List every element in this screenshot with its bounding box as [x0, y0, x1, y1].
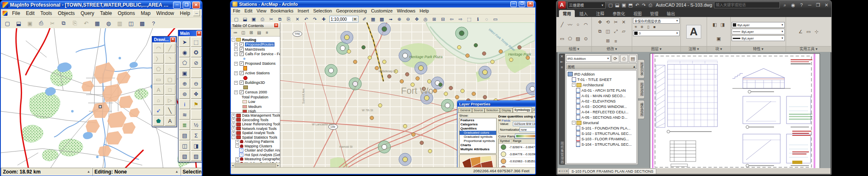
ribbon-panel-label[interactable]: 块 ▾	[707, 46, 730, 52]
first-layout-icon[interactable]: «	[559, 169, 561, 173]
scroll-right-icon[interactable]: ►	[277, 164, 279, 167]
sheet-set-combobox[interactable]: IRD Addition▼	[566, 55, 611, 62]
close-button[interactable]: ✕	[527, 1, 534, 7]
signin-icon[interactable]: ◉	[790, 2, 796, 8]
show-list-item[interactable]: Graduated symbols	[460, 135, 496, 139]
main-tool-button[interactable]	[191, 110, 202, 120]
main-tool-button[interactable]: ◫	[179, 141, 190, 151]
class-table[interactable]: Symbol Range Label -7.626674 - -3.694779…	[498, 139, 535, 168]
toolbox-item[interactable]: +Analyzing Patterns	[231, 139, 280, 144]
collapse-icon[interactable]: ▴	[633, 64, 635, 68]
toolbar-button[interactable]: ⧉	[276, 15, 284, 23]
menu-item[interactable]: Insert	[295, 8, 311, 13]
mdi-minimize-button[interactable]: ─	[193, 10, 200, 16]
arcmap-titlebar[interactable]: Stations - ArcMap - ArcInfo ─ ❐ ✕	[231, 1, 535, 7]
palette-side-tab[interactable]: 图纸列表	[638, 59, 645, 78]
drawing-toolbar-titlebar[interactable]: Drawi... ✕	[152, 37, 176, 42]
drawing-tool-button[interactable]: ▭	[153, 74, 164, 84]
ribbon-button[interactable]: ⊹	[813, 28, 820, 35]
text-tool-button[interactable]: A	[686, 25, 702, 39]
drawing-tool-button[interactable]: ⬠	[153, 64, 164, 74]
toolbar-button[interactable]: ℹ	[474, 15, 482, 23]
autocad-drawing-area[interactable]: ✕ ⇤ ≡ 图纸集管理器 IRD Addition▼ ⟳ ⎙ ▤	[557, 52, 831, 168]
toolbar-button[interactable]: ◫	[126, 18, 136, 28]
ribbon-tab[interactable]: 常用	[559, 10, 575, 17]
qat-button[interactable]: ↷	[640, 2, 647, 8]
ribbon-tab[interactable]: 参数化	[609, 10, 629, 17]
menu-item[interactable]: Options	[115, 10, 138, 17]
arcmap-map-canvas[interactable]: TRE199Heritage Park PlazaHeritage ParkWe…	[280, 22, 535, 168]
menu-item[interactable]: Map	[138, 10, 153, 17]
menu-item[interactable]: Table	[97, 10, 115, 17]
toc-toolbar-button[interactable]: ◫	[240, 29, 247, 36]
toolbar-button[interactable]: ?	[148, 18, 159, 28]
toolbar-button[interactable]: ▦	[92, 18, 103, 28]
dialog-tab[interactable]: General	[458, 108, 472, 112]
last-layout-icon[interactable]: »	[566, 169, 568, 173]
toolbox-item[interactable]: ƒHot Spot Analysis (Getis-Ord Gi*)	[231, 153, 280, 157]
main-tool-button[interactable]: ≋	[179, 110, 190, 120]
ribbon-button[interactable]: ⊙	[582, 35, 589, 42]
color-ramp-combobox[interactable]: ▼	[515, 134, 535, 139]
ribbon-button[interactable]: ✥	[596, 19, 603, 25]
menu-item[interactable]: Edit	[23, 10, 37, 17]
ribbon-button[interactable]: ▨	[574, 35, 581, 42]
main-toolbar-titlebar[interactable]: Main ✕	[178, 30, 203, 36]
sheet-tree-item[interactable]: −Structural	[566, 120, 636, 125]
ribbon-button[interactable]: ▭	[559, 35, 566, 42]
ribbon-button[interactable]: ◫	[604, 28, 611, 35]
toc-titlebar[interactable]: Table Of Contents ✕	[231, 22, 280, 29]
scroll-left-icon[interactable]: ◄	[231, 164, 234, 167]
ribbon-panel-label[interactable]: 实用工具 ▾	[786, 46, 831, 52]
color-combobox[interactable]: ByLayer▼	[732, 22, 785, 28]
menu-item[interactable]: Geoprocessing	[334, 8, 369, 13]
toolbar-button[interactable]: ⬓	[241, 15, 249, 23]
drawing-tool-button[interactable]: 〉	[153, 54, 164, 64]
main-tool-button[interactable]: ≣	[179, 120, 190, 130]
toolbar-button[interactable]: ⎘	[69, 18, 80, 28]
qat-button[interactable]: ⬒	[627, 2, 634, 8]
toc-layer-tree[interactable]: −Routing+✓ProposedRoutes+✓MainStreets+✓C…	[231, 37, 280, 112]
autocad-titlebar[interactable]: A 三维建模▼ ▢⬓▣⬒↶↷⎙ AutoCAD 2014 - S-103.dwg…	[556, 0, 831, 10]
chevron-down-icon[interactable]: ▼	[352, 17, 357, 21]
drawing-tool-button[interactable]: A	[153, 85, 164, 95]
ribbon-button[interactable]: ✂	[612, 19, 619, 25]
toolbar-button[interactable]: ▦	[369, 15, 377, 23]
toolbar-button[interactable]: ▭	[491, 15, 500, 23]
main-tool-button[interactable]: ⬠	[179, 58, 190, 68]
dialog-tab[interactable]: Symbology	[513, 107, 532, 112]
layer-state-combobox[interactable]: 未保存的图层状态▼	[633, 18, 680, 24]
sheets-section-header[interactable]: 图纸 ▴	[566, 63, 637, 69]
menu-item[interactable]: Help	[418, 8, 431, 13]
menu-item[interactable]: Tools	[37, 10, 55, 17]
toolbox-item[interactable]: −Spatial Statistics Tools	[231, 135, 280, 140]
sheet-tree-item[interactable]: S-102 - STRUCTURAL SEC...	[566, 131, 636, 136]
layer-symbol-swatch[interactable]	[243, 86, 248, 89]
ribbon-button[interactable]: ⤢	[612, 28, 619, 35]
mapinfo-titlebar[interactable]: MapInfo Professional - [TOWN,STREET,WATE…	[1, 1, 202, 9]
sheet-tree-item[interactable]: A-03 - DOORS WINDOW...	[566, 104, 636, 109]
toc-row[interactable]: +✓Census 2000	[232, 90, 280, 95]
toolbox-item[interactable]: +Spatial Analyst Tools	[231, 131, 280, 135]
main-tool-button[interactable]: ◨	[191, 141, 202, 151]
layout-tab[interactable]: S-103 FLOOR FRAMING PLAN AND SECTIONS	[569, 169, 656, 174]
properties-icon[interactable]: ≡	[561, 65, 563, 69]
layer-tool-icon[interactable]: ☀	[633, 24, 638, 29]
arctoolbox-tree[interactable]: +Data Management Tools+Geocoding Tools+L…	[231, 113, 280, 163]
ribbon-button[interactable]: ∠	[797, 28, 804, 35]
main-tool-button[interactable]: ✪	[191, 47, 202, 57]
ribbon-button[interactable]: 〰	[566, 21, 574, 28]
toc-toolbar-button[interactable]: ▤	[255, 29, 263, 36]
menu-item[interactable]: Query	[78, 10, 97, 17]
toc-row[interactable]: +✓ProposedRoutes	[232, 42, 280, 47]
refresh-icon[interactable]: ⟳	[611, 55, 619, 62]
main-tool-button[interactable]: ⬚	[191, 37, 202, 47]
autohide-icon[interactable]: ⇤	[560, 60, 564, 64]
toolbox-item[interactable]: +Geocoding Tools	[231, 118, 280, 122]
toolbox-item[interactable]: +Measuring Geographic Distributions	[231, 157, 280, 161]
minimize-button[interactable]: ─	[806, 2, 813, 8]
help-search-input[interactable]	[714, 2, 780, 8]
sheet-tree-item[interactable]: S-103 - FLOOR FRAMING...	[566, 136, 636, 142]
toolbar-button[interactable]: ↶	[302, 15, 310, 23]
menu-item[interactable]: Windows	[395, 8, 418, 13]
